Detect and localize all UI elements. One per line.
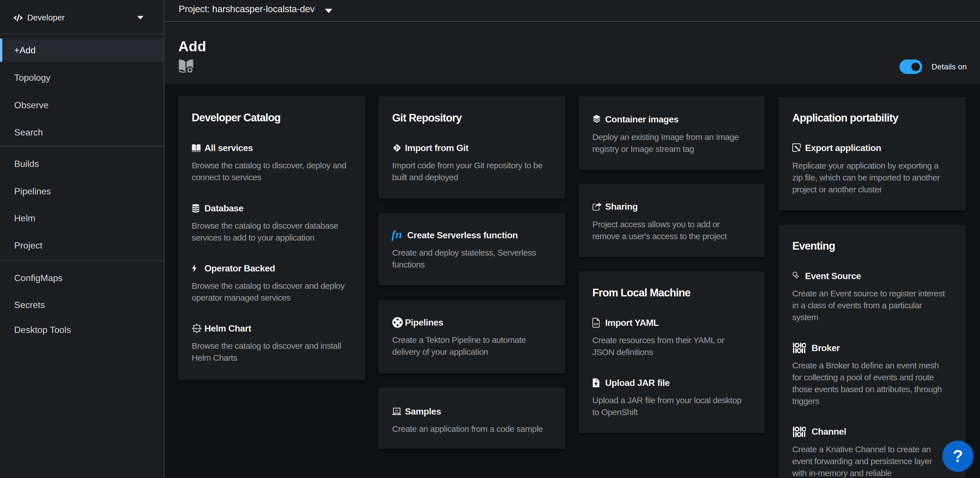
svg-text:HELM: HELM xyxy=(194,327,200,330)
svg-text:</>: </> xyxy=(593,322,598,326)
svg-text:<>: <> xyxy=(395,409,398,412)
